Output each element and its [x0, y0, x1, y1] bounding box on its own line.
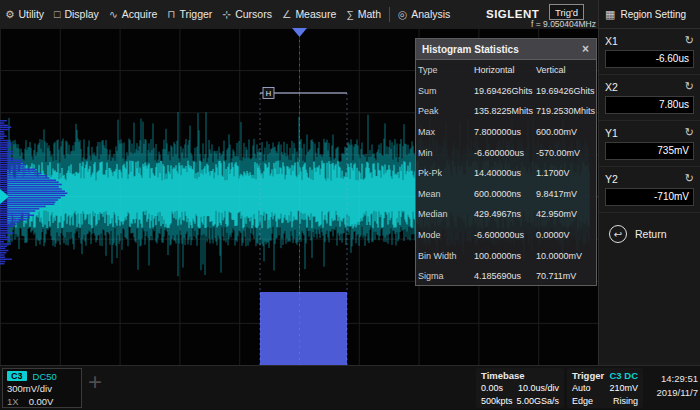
return-button[interactable]: ↩ Return — [599, 225, 700, 243]
y1-value-input[interactable]: 735mV — [605, 142, 694, 160]
stat-label: Pk-Pk — [418, 168, 474, 178]
stat-horizontal: 135.8225Mhits — [474, 106, 536, 116]
stat-vertical: 9.8417mV — [536, 189, 598, 199]
timebase-title: Timebase — [481, 370, 525, 381]
close-icon[interactable]: × — [579, 43, 592, 55]
stats-row: Mode-6.600000us0.0000V — [416, 225, 596, 246]
field-x1: X1↻ -6.60us — [599, 29, 700, 75]
timebase-memory: 500kpts — [481, 396, 513, 406]
stats-row: Bin Width100.0000ns10.0000mV — [416, 245, 596, 266]
histogram-statistics-panel: Histogram Statistics × TypeHorizontalVer… — [415, 38, 597, 286]
stat-horizontal: -6.600000us — [474, 148, 536, 158]
menu-separator — [389, 7, 390, 22]
menu-item-label: Acquire — [122, 8, 158, 20]
menu-item-label: Cursors — [235, 8, 272, 20]
stat-horizontal: 14.40000us — [474, 168, 536, 178]
channel-offset: 0.00V — [29, 396, 54, 407]
add-channel-icon[interactable]: + — [88, 368, 102, 396]
display-icon: □ — [54, 8, 60, 20]
trigger-title: Trigger — [572, 370, 604, 381]
channel-descriptor[interactable]: C3 DC50 300mV/div 1X 0.00V — [2, 368, 82, 408]
timebase-panel[interactable]: Timebase 0.00s10.0us/div 500kpts5.00GSa/… — [476, 368, 564, 408]
y2-value-input[interactable]: -710mV — [605, 188, 694, 206]
stats-panel-title: Histogram Statistics — [422, 44, 519, 55]
trigger-position-marker[interactable] — [292, 28, 307, 37]
clock: 14:29:51 2019/11/7 — [646, 372, 698, 400]
field-label: Y1 — [605, 127, 618, 139]
timebase-delay: 0.00s — [481, 383, 503, 393]
menu-item-label: Display — [64, 8, 98, 20]
channel-badge: C3 — [7, 371, 27, 381]
field-y2: Y2↻ -710mV — [599, 167, 700, 213]
stats-row: Sigma4.185690us70.711mV — [416, 266, 596, 287]
stat-label: Sigma — [418, 271, 474, 281]
stat-vertical: 1.1700V — [536, 168, 598, 178]
menu-item-display[interactable]: □Display — [49, 0, 104, 28]
stats-row: Peak135.8225Mhits719.2530Mhits — [416, 101, 596, 122]
stat-horizontal: 100.0000ns — [474, 251, 536, 261]
menu-item-label: Measure — [295, 8, 336, 20]
stats-row: Pk-Pk14.40000us1.1700V — [416, 163, 596, 184]
stat-horizontal: 19.69426Ghits — [474, 86, 536, 96]
menu-item-analysis[interactable]: ◎Analysis — [393, 0, 455, 28]
x1-value-input[interactable]: -6.60us — [605, 50, 694, 68]
timebase-scale: 10.0us/div — [518, 383, 559, 393]
horizontal-histogram-block — [260, 292, 347, 365]
menu-item-label: Trigger — [180, 8, 213, 20]
timebase-samplerate: 5.00GSa/s — [516, 396, 559, 406]
stat-horizontal: 4.185690us — [474, 271, 536, 281]
stat-horizontal: 429.4967ns — [474, 209, 536, 219]
trigger-slope: Rising — [613, 396, 638, 406]
stats-panel-header[interactable]: Histogram Statistics × — [416, 39, 596, 60]
menu-item-label: Math — [358, 8, 381, 20]
trigger-type: Edge — [572, 396, 593, 406]
refresh-icon[interactable]: ↻ — [685, 126, 694, 139]
trigger-status-badge: Trig'd — [549, 4, 584, 20]
top-menu-bar: ⚙Utility □Display ∿Acquire ⊓Trigger ⊹Cur… — [0, 0, 598, 29]
cursors-icon: ⊹ — [222, 8, 231, 20]
stat-vertical: 42.950mV — [536, 209, 598, 219]
refresh-icon[interactable]: ↻ — [685, 34, 694, 47]
stat-label: Bin Width — [418, 251, 474, 261]
stat-label: Peak — [418, 106, 474, 116]
region-setting-sidebar: ▦ Region Setting X1↻ -6.60us X2↻ 7.80us … — [598, 0, 700, 365]
stat-label: Type — [418, 65, 474, 75]
refresh-icon[interactable]: ↻ — [685, 172, 694, 185]
menu-item-trigger[interactable]: ⊓Trigger — [162, 0, 217, 28]
stat-vertical: -570.00mV — [536, 148, 598, 158]
region-handle[interactable]: H — [263, 88, 274, 99]
stat-label: Mode — [418, 230, 474, 240]
oscilloscope-screen: ⚙Utility □Display ∿Acquire ⊓Trigger ⊹Cur… — [0, 0, 700, 410]
field-label: Y2 — [605, 173, 618, 185]
trigger-source: C3 DC — [609, 370, 638, 381]
x2-value-input[interactable]: 7.80us — [605, 96, 694, 114]
utility-icon: ⚙ — [5, 8, 14, 20]
sidebar-header: ▦ Region Setting — [599, 0, 700, 29]
stat-horizontal: 600.0000ns — [474, 189, 536, 199]
stats-row: Min-6.600000us-570.00mV — [416, 142, 596, 163]
channel-scale: 300mV/div — [7, 383, 52, 394]
stat-horizontal: 7.800000us — [474, 127, 536, 137]
return-label: Return — [635, 228, 667, 240]
stats-row: Max7.800000us600.00mV — [416, 122, 596, 143]
channel-coupling: DC50 — [33, 371, 57, 382]
menu-item-cursors[interactable]: ⊹Cursors — [217, 0, 277, 28]
field-label: X1 — [605, 35, 618, 47]
stat-label: Median — [418, 209, 474, 219]
menu-item-measure[interactable]: ∠Measure — [277, 0, 341, 28]
analysis-icon: ◎ — [398, 8, 407, 20]
field-x2: X2↻ 7.80us — [599, 75, 700, 121]
trigger-panel[interactable]: TriggerC3 DC Auto210mV EdgeRising — [567, 368, 643, 408]
measure-icon: ∠ — [282, 8, 291, 20]
stat-label: Min — [418, 148, 474, 158]
menu-item-math[interactable]: ∑Math — [341, 0, 386, 28]
trigger-mode: Auto — [572, 383, 591, 393]
stat-vertical: 600.00mV — [536, 127, 598, 137]
stat-vertical: 19.69426Ghits — [536, 86, 598, 96]
menu-item-utility[interactable]: ⚙Utility — [0, 0, 49, 28]
trigger-edge-icon: ⊓ — [167, 8, 175, 20]
menu-item-label: Analysis — [411, 8, 450, 20]
refresh-icon[interactable]: ↻ — [685, 80, 694, 93]
stats-row: TypeHorizontalVertical — [416, 60, 596, 81]
menu-item-acquire[interactable]: ∿Acquire — [104, 0, 162, 28]
